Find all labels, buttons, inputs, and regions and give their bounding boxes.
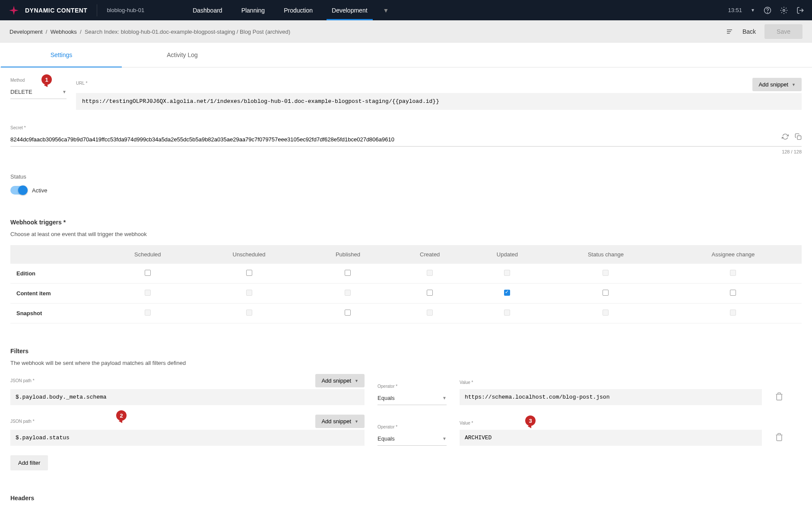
checkbox-disabled	[504, 270, 510, 276]
nav-dropdown-icon[interactable]: ▼	[377, 0, 395, 20]
add-snippet-filter-button[interactable]: Add snippet▼	[315, 374, 365, 387]
checkbox[interactable]	[345, 270, 351, 276]
help-icon[interactable]	[764, 6, 771, 14]
checkbox[interactable]	[427, 290, 433, 296]
crumb-development[interactable]: Development	[10, 29, 43, 35]
filters-subtitle: The webhook will be sent where the paylo…	[10, 360, 802, 366]
col-unscheduled: Unscheduled	[194, 245, 304, 264]
json-path-input[interactable]	[10, 389, 365, 405]
clock-time: 13:51	[728, 7, 742, 13]
hub-name[interactable]: bloblog-hub-01	[107, 7, 144, 13]
status-label: Status	[10, 173, 802, 180]
method-select[interactable]: DELETE ▼	[10, 85, 67, 99]
row-content-item: Content item	[10, 284, 101, 304]
chevron-down-icon: ▼	[62, 89, 67, 94]
operator-label: Operator *	[377, 425, 447, 429]
secret-input[interactable]	[10, 133, 802, 147]
operator-select[interactable]: Equals▼	[377, 432, 447, 446]
status-toggle[interactable]	[10, 186, 27, 195]
col-status-change: Status change	[547, 245, 665, 264]
json-path-input[interactable]	[10, 430, 365, 446]
checkbox-disabled	[246, 310, 252, 316]
checkbox-disabled	[145, 310, 151, 316]
col-scheduled: Scheduled	[101, 245, 194, 264]
trash-icon[interactable]	[775, 433, 783, 446]
checkbox-disabled	[246, 290, 252, 296]
nav-planning[interactable]: Planning	[232, 0, 275, 20]
save-button[interactable]: Save	[764, 24, 802, 39]
chevron-down-icon[interactable]: ▼	[751, 8, 755, 13]
sub-header: Development / Webhooks / Search Index: b…	[0, 20, 812, 43]
filters-title: Filters	[10, 348, 802, 355]
checkbox-disabled	[427, 310, 433, 316]
triggers-title: Webhook triggers *	[10, 219, 802, 226]
checkbox-disabled	[730, 270, 736, 276]
status-active-text: Active	[32, 187, 47, 194]
col-assignee-change: Assignee change	[665, 245, 802, 264]
row-edition: Edition	[10, 264, 101, 284]
checkbox-disabled	[145, 290, 151, 296]
triggers-table: Scheduled Unscheduled Published Created …	[10, 245, 802, 323]
gear-icon[interactable]	[780, 6, 788, 14]
checkbox-disabled	[603, 310, 609, 316]
nav-dashboard[interactable]: Dashboard	[183, 0, 232, 20]
row-snapshot: Snapshot	[10, 304, 101, 323]
annotation-badge-1: 1	[41, 74, 52, 85]
checkbox[interactable]	[345, 310, 351, 316]
checkbox[interactable]	[603, 290, 609, 296]
value-label: Value *	[460, 421, 762, 425]
svg-rect-3	[797, 136, 801, 140]
breadcrumb: Development / Webhooks / Search Index: b…	[10, 29, 290, 35]
crumb-webhooks[interactable]: Webhooks	[51, 29, 77, 35]
logout-icon[interactable]	[796, 6, 804, 14]
json-path-label: JSON path *	[10, 378, 35, 383]
add-snippet-url-button[interactable]: Add snippet▼	[752, 78, 802, 91]
annotation-badge-3: 3	[525, 415, 536, 426]
sort-icon[interactable]	[725, 28, 734, 35]
operator-label: Operator *	[377, 384, 447, 389]
copy-icon[interactable]	[795, 133, 802, 140]
logo-icon	[8, 4, 20, 16]
refresh-icon[interactable]	[782, 133, 789, 140]
secret-counter: 128 / 128	[10, 149, 802, 154]
svg-point-2	[783, 9, 785, 11]
crumb-current: Search Index: bloblog-hub-01.doc-example…	[85, 29, 290, 35]
method-label: Method	[10, 78, 67, 83]
url-label: URL *	[76, 81, 87, 86]
checkbox-disabled	[427, 270, 433, 276]
value-label: Value *	[460, 380, 762, 385]
back-button[interactable]: Back	[742, 28, 756, 35]
nav-production[interactable]: Production	[274, 0, 322, 20]
svg-point-1	[768, 12, 768, 13]
checkbox-disabled	[730, 310, 736, 316]
value-input[interactable]	[460, 389, 762, 405]
tab-settings[interactable]: Settings	[1, 43, 122, 67]
triggers-subtitle: Choose at least one event that will trig…	[10, 231, 802, 237]
checkbox[interactable]	[145, 270, 151, 276]
main-nav: Dashboard Planning Production Developmen…	[183, 0, 395, 20]
tab-activity-log[interactable]: Activity Log	[122, 43, 243, 67]
value-input[interactable]	[460, 430, 762, 446]
checkbox[interactable]	[246, 270, 252, 276]
checkbox-checked[interactable]	[504, 290, 510, 296]
operator-select[interactable]: Equals▼	[377, 391, 447, 405]
add-snippet-filter-button[interactable]: Add snippet▼	[315, 415, 365, 428]
nav-development[interactable]: Development	[322, 0, 377, 20]
trash-icon[interactable]	[775, 392, 783, 405]
col-created: Created	[392, 245, 468, 264]
checkbox-disabled	[504, 310, 510, 316]
page-tabs: Settings Activity Log	[0, 43, 812, 67]
checkbox-disabled	[603, 270, 609, 276]
col-updated: Updated	[468, 245, 547, 264]
brand-text: DYNAMIC CONTENT	[25, 7, 87, 14]
method-value: DELETE	[10, 89, 32, 95]
checkbox-disabled	[345, 290, 351, 296]
col-published: Published	[304, 245, 392, 264]
url-input[interactable]	[76, 93, 802, 110]
annotation-badge-2: 2	[116, 410, 127, 421]
json-path-label: JSON path *	[10, 419, 35, 424]
checkbox[interactable]	[730, 290, 736, 296]
top-bar: DYNAMIC CONTENT bloblog-hub-01 Dashboard…	[0, 0, 812, 20]
add-filter-button[interactable]: Add filter	[10, 455, 48, 470]
secret-label: Secret *	[10, 125, 802, 130]
